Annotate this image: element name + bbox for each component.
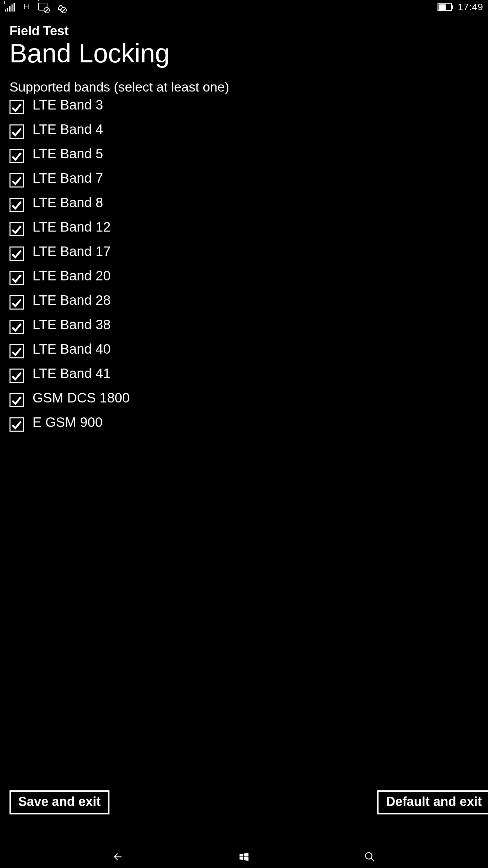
band-checkbox[interactable] [9, 246, 24, 261]
band-row: LTE Band 41 [9, 366, 278, 383]
checkmark-icon [11, 174, 23, 186]
checkmark-icon [11, 125, 23, 138]
checkmark-icon [11, 223, 23, 235]
band-row: LTE Band 12 [9, 219, 278, 236]
band-checkbox[interactable] [9, 369, 24, 383]
band-list: LTE Band 3LTE Band 4LTE Band 5LTE Band 7… [9, 97, 278, 432]
band-checkbox[interactable] [9, 417, 24, 432]
band-checkbox[interactable] [9, 198, 24, 212]
band-row: LTE Band 4 [9, 122, 278, 139]
band-label: LTE Band 17 [33, 244, 111, 259]
band-row: LTE Band 3 [9, 97, 278, 114]
page-title: Band Locking [9, 40, 278, 67]
subheading: Supported bands (select at least one) [9, 80, 278, 95]
band-row: LTE Band 38 [9, 317, 278, 334]
band-label: LTE Band 12 [33, 219, 111, 234]
checkmark-icon [11, 370, 23, 382]
band-checkbox[interactable] [9, 295, 24, 310]
checkmark-icon [11, 248, 23, 260]
checkmark-icon [11, 272, 23, 284]
band-label: GSM DCS 1800 [33, 390, 130, 405]
band-checkbox[interactable] [9, 124, 24, 139]
status-bar: 1 H 2 17:49 [0, 0, 278, 14]
band-checkbox[interactable] [9, 344, 24, 358]
checkmark-icon [11, 394, 23, 406]
band-label: LTE Band 40 [33, 341, 111, 356]
band-label: LTE Band 7 [33, 171, 103, 185]
band-row: LTE Band 28 [9, 293, 278, 310]
band-row: LTE Band 7 [9, 171, 278, 188]
checkmark-icon [11, 101, 23, 113]
network-mode-label: H [24, 2, 29, 11]
app-title: Field Test [9, 24, 278, 38]
band-checkbox[interactable] [9, 271, 24, 285]
no-sim-icon: 2 [38, 3, 48, 12]
band-checkbox[interactable] [9, 320, 24, 334]
band-label: LTE Band 8 [33, 195, 103, 210]
band-row: E GSM 900 [9, 415, 278, 432]
band-label: LTE Band 41 [33, 366, 111, 381]
band-label: E GSM 900 [33, 415, 103, 430]
checkmark-icon [11, 418, 23, 431]
band-row: GSM DCS 1800 [9, 390, 278, 407]
page: Field Test Band Locking Supported bands … [0, 20, 278, 488]
band-checkbox[interactable] [9, 173, 24, 188]
band-row: LTE Band 8 [9, 195, 278, 212]
band-label: LTE Band 20 [33, 268, 111, 283]
band-label: LTE Band 4 [33, 122, 103, 137]
checkmark-icon [11, 321, 23, 333]
band-row: LTE Band 20 [9, 268, 278, 285]
checkmark-icon [11, 345, 23, 357]
band-label: LTE Band 5 [33, 146, 103, 161]
signal-sim-index: 1 [3, 0, 6, 5]
band-checkbox[interactable] [9, 149, 24, 163]
band-row: LTE Band 40 [9, 341, 278, 358]
band-checkbox[interactable] [9, 393, 24, 407]
band-row: LTE Band 17 [9, 244, 278, 261]
band-label: LTE Band 38 [33, 317, 111, 332]
band-checkbox[interactable] [9, 222, 24, 236]
band-checkbox[interactable] [9, 100, 24, 114]
band-row: LTE Band 5 [9, 146, 278, 163]
band-label: LTE Band 3 [33, 97, 103, 112]
checkmark-icon [11, 199, 23, 211]
checkmark-icon [11, 150, 23, 162]
signal-strength-icon: 1 [5, 3, 15, 12]
vibrate-off-icon [57, 3, 65, 12]
checkmark-icon [11, 296, 23, 309]
band-label: LTE Band 28 [33, 293, 111, 308]
